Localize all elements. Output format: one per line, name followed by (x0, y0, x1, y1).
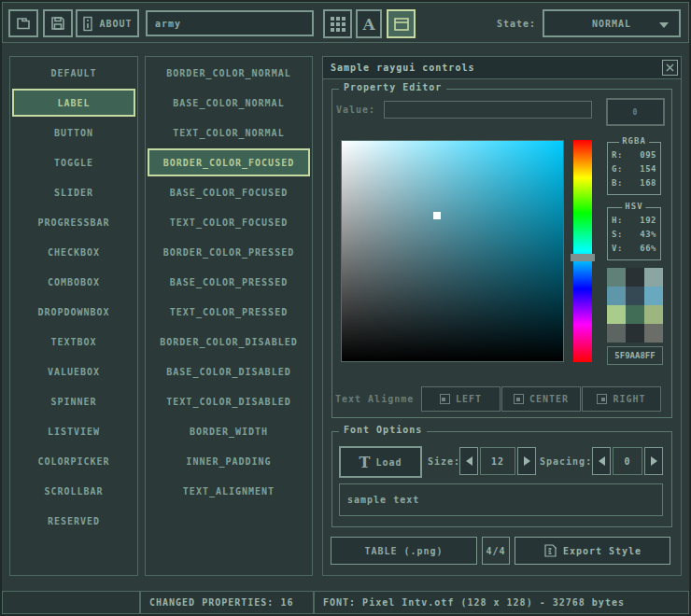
state-dropdown[interactable]: NORMAL (543, 9, 681, 37)
window-close-button[interactable] (662, 60, 678, 76)
style-table-view-button[interactable] (323, 9, 352, 38)
controls-view-button[interactable] (387, 9, 416, 38)
hue-bar[interactable] (573, 140, 592, 362)
export-format-pages[interactable]: 4/4 (482, 537, 510, 565)
chevron-down-icon (659, 22, 669, 28)
info-icon (82, 16, 93, 32)
window-title: Sample raygui controls (331, 63, 474, 73)
font-load-button[interactable]: T Load (339, 446, 422, 478)
style-color-swatch-6[interactable] (607, 305, 626, 324)
style-color-swatch-9[interactable] (607, 324, 626, 343)
style-color-swatch-1[interactable] (626, 268, 644, 287)
control-item-progressbar[interactable]: PROGRESSBAR (12, 208, 135, 236)
value-button-label: 0 (633, 108, 639, 117)
style-color-swatch-11[interactable] (644, 324, 663, 343)
about-button[interactable]: ABOUT (76, 9, 139, 37)
control-item-button[interactable]: BUTTON (12, 119, 135, 147)
style-color-swatch-3[interactable] (607, 287, 626, 305)
state-dropdown-value: NORMAL (592, 19, 631, 29)
save-file-button[interactable] (43, 9, 73, 37)
style-color-swatch-8[interactable] (644, 305, 663, 324)
value-input[interactable] (384, 101, 592, 119)
property-item-text_color_focused[interactable]: TEXT_COLOR_FOCUSED (148, 208, 310, 236)
style-color-swatch-5[interactable] (644, 287, 663, 305)
control-item-default[interactable]: DEFAULT (12, 59, 135, 87)
control-item-toggle[interactable]: TOGGLE (12, 148, 135, 176)
open-file-button[interactable] (8, 9, 38, 37)
rgba-group: R: 095 G: 154 B: 168 (607, 142, 661, 195)
arrow-right-icon (651, 456, 657, 466)
size-decrease-button[interactable] (459, 447, 478, 475)
style-color-swatch-7[interactable] (626, 305, 644, 324)
control-item-checkbox[interactable]: CHECKBOX (12, 238, 135, 266)
property-item-border_width[interactable]: BORDER_WIDTH (148, 417, 310, 445)
control-item-spinner[interactable]: SPINNER (12, 387, 135, 415)
color-picker-cursor[interactable] (433, 212, 441, 219)
sample-text-value: sample text (347, 495, 419, 505)
hsv-sat-row: S: 43% (608, 227, 660, 241)
control-item-reserved[interactable]: RESERVED (12, 507, 135, 535)
blue-value: 168 (640, 178, 656, 188)
spacing-value-box[interactable]: 0 (613, 447, 642, 475)
control-item-combobox[interactable]: COMBOBOX (12, 268, 135, 296)
control-item-textbox[interactable]: TEXTBOX (12, 328, 135, 356)
align-right-button[interactable]: RIGHT (582, 386, 661, 412)
sample-text-input[interactable]: sample text (339, 483, 663, 516)
control-item-colorpicker[interactable]: COLORPICKER (12, 447, 135, 475)
hex-color-input[interactable]: 5F9AA8FF (607, 346, 663, 365)
color-picker-sv-square[interactable] (341, 140, 564, 362)
arrow-right-icon (524, 456, 530, 466)
size-value-box[interactable]: 12 (480, 447, 515, 475)
control-item-scrollbar[interactable]: SCROLLBAR (12, 477, 135, 505)
hue-slider-handle[interactable] (571, 254, 595, 261)
hex-color-value: 5F9AA8FF (614, 351, 655, 360)
property-item-text_color_pressed[interactable]: TEXT_COLOR_PRESSED (148, 298, 310, 326)
style-color-swatch-4[interactable] (626, 287, 644, 305)
style-color-swatch-10[interactable] (626, 324, 644, 343)
property-item-text_alignment[interactable]: TEXT_ALIGNMENT (148, 477, 310, 505)
property-item-inner_padding[interactable]: INNER_PADDING (148, 447, 310, 475)
property-item-border_color_normal[interactable]: BORDER_COLOR_NORMAL (148, 59, 310, 87)
controls-listview: DEFAULTLABELBUTTONTOGGLESLIDERPROGRESSBA… (9, 56, 138, 576)
rgba-group-label: RGBA (619, 136, 649, 146)
property-item-text_color_disabled[interactable]: TEXT_COLOR_DISABLED (148, 387, 310, 415)
spacing-increase-button[interactable] (644, 447, 663, 475)
statusbar-left (2, 591, 140, 614)
export-format-button[interactable]: TABLE (.png) (331, 537, 477, 565)
saturation-value: 43% (640, 230, 656, 239)
align-left-button[interactable]: LEFT (421, 386, 501, 412)
property-item-base_color_disabled[interactable]: BASE_COLOR_DISABLED (148, 357, 310, 385)
align-right-icon (597, 394, 607, 404)
property-item-base_color_focused[interactable]: BASE_COLOR_FOCUSED (148, 178, 310, 206)
style-color-swatch-0[interactable] (607, 268, 626, 287)
hsv-group-label: HSV (622, 202, 645, 211)
control-item-slider[interactable]: SLIDER (12, 178, 135, 206)
value-label: Value: (336, 97, 375, 121)
hsv-hue-row: H: 192 (608, 213, 660, 227)
property-item-border_color_disabled[interactable]: BORDER_COLOR_DISABLED (148, 328, 310, 356)
align-center-button[interactable]: CENTER (501, 386, 581, 412)
control-item-listview[interactable]: LISTVIEW (12, 417, 135, 445)
green-value: 154 (640, 164, 656, 174)
property-item-base_color_normal[interactable]: BASE_COLOR_NORMAL (148, 89, 310, 117)
pages-value: 4/4 (486, 546, 505, 556)
spacing-label: Spacing: (540, 446, 592, 476)
control-item-dropdownbox[interactable]: DROPDOWNBOX (12, 298, 135, 326)
control-item-label[interactable]: LABEL (12, 89, 135, 117)
spacing-decrease-button[interactable] (592, 447, 611, 475)
size-increase-button[interactable] (517, 447, 536, 475)
align-center-label: CENTER (529, 394, 569, 404)
export-style-button[interactable]: Export Style (515, 537, 670, 565)
window-title-bar[interactable]: Sample raygui controls (323, 57, 681, 79)
property-item-text_color_normal[interactable]: TEXT_COLOR_NORMAL (148, 119, 310, 147)
property-item-border_color_focused[interactable]: BORDER_COLOR_FOCUSED (148, 148, 310, 176)
property-item-border_color_pressed[interactable]: BORDER_COLOR_PRESSED (148, 238, 310, 266)
property-item-base_color_pressed[interactable]: BASE_COLOR_PRESSED (148, 268, 310, 296)
font-view-button[interactable]: A (356, 9, 382, 38)
control-item-valuebox[interactable]: VALUEBOX (12, 357, 135, 385)
value-spinner-button[interactable]: 0 (606, 98, 665, 126)
rguistyler-app: ABOUT army A State: NORMAL DEFAULTLABELB… (0, 0, 691, 616)
style-color-swatch-2[interactable] (644, 268, 663, 287)
changed-properties-text: CHANGED PROPERTIES: 16 (149, 597, 293, 608)
style-name-input[interactable]: army (146, 10, 314, 36)
